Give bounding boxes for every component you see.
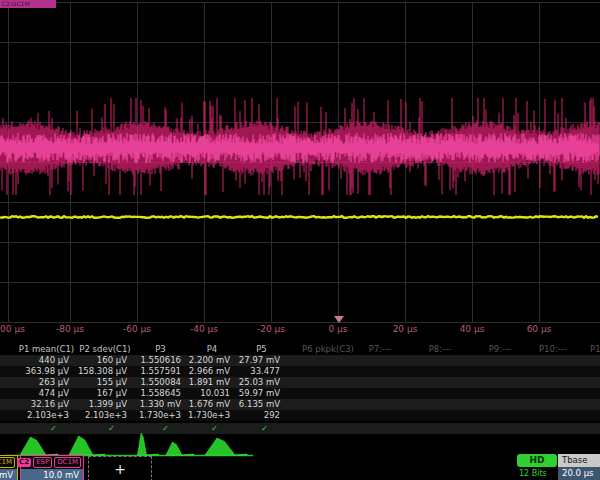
hd-mode-badge[interactable]: HD [517,454,557,467]
measurement-table: P1 mean(C1)P2 sdev(C1)P3 mean(C2)P4 sdev… [0,344,600,434]
param-value: 2.966 mV [188,366,236,377]
table-row: 263 µV155 µV1.550084 V1.891 mV25.03 mV [0,377,600,388]
param-value: 158.308 µV [77,366,133,377]
param-value: 2.103e+3 [18,410,75,421]
histicon-peak[interactable] [20,437,58,455]
param-value: 363.98 µV [18,366,75,377]
time-axis-label: 20 µs [393,324,418,334]
c2-esp-badge: ESP [33,457,52,468]
param-header-unused[interactable]: P11 [590,344,600,355]
time-axis: -100 µs-80 µs-60 µs-40 µs-20 µs0 µs20 µs… [0,322,600,337]
param-value: 1.730e+3 [134,410,187,421]
param-value: 27.97 mV [237,355,286,366]
param-header-unused[interactable]: P6 pkpk(C3) [302,344,354,355]
c1-badge-row: C1 DC1M [0,456,17,469]
param-value: 155 µV [77,377,133,388]
param-value: 1.676 mV [188,399,236,410]
add-channel-button[interactable]: + [88,456,152,480]
c2-label: C2 [17,458,31,467]
waveform-graticule [0,0,600,324]
time-axis-label: 40 µs [460,324,485,334]
param-value: 1.891 mV [188,377,236,388]
timebase-title: Tbase [558,454,600,467]
time-axis-label: -80 µs [56,324,84,334]
time-axis-label: 0 µs [328,324,347,334]
time-axis-label: -20 µs [257,324,285,334]
time-axis-label: 60 µs [527,324,552,334]
param-header-unused[interactable]: P7:--- [369,344,392,355]
param-header-unused[interactable]: P10:--- [539,344,567,355]
c2-scale-value: 10.0 mV [21,469,83,480]
histicon-peak[interactable] [69,436,105,455]
measurement-histicons[interactable] [0,432,600,458]
time-axis-label: -40 µs [190,324,218,334]
histicon-peak[interactable] [138,433,159,455]
param-value: 2.103e+3 [77,410,133,421]
c1-coupling-badge: DC1M [0,457,15,468]
param-header[interactable]: P2 sdev(C1) [77,344,133,355]
c1-scale-value: 10.0 mV [0,469,17,480]
param-value: 292 [237,410,286,421]
channel-c2-descriptor[interactable]: C2 ESP DC1M 10.0 mV [20,455,84,480]
param-value: 2.200 mV [188,355,236,366]
c2-badge-row: C2 ESP DC1M [21,456,83,469]
table-row: 440 µV160 µV1.550616 V2.200 mV27.97 mV [0,355,600,366]
param-value: 263 µV [18,377,75,388]
table-row: 32.16 µV1.399 µV1.330 mV1.676 mV6.135 mV [0,399,600,410]
param-value: 1.330 mV [134,399,187,410]
time-axis-label: -100 µs [0,324,25,334]
timebase-box[interactable]: Tbase 20.0 µs [558,454,600,480]
c1-trace [0,216,598,218]
param-value: 6.135 mV [237,399,286,410]
param-value: 474 µV [18,388,75,399]
time-axis-label: -60 µs [123,324,151,334]
param-value: 160 µV [77,355,133,366]
param-value: 167 µV [77,388,133,399]
channel-c1-descriptor[interactable]: C1 DC1M 10.0 mV [0,455,18,480]
table-row: 363.98 µV158.308 µV1.557591 V2.966 mV33.… [0,366,600,377]
param-value: 1.399 µV [77,399,133,410]
param-header-unused[interactable]: P9:--- [489,344,512,355]
histicon-peak[interactable] [166,442,194,455]
param-value: 440 µV [18,355,75,366]
param-value: 25.03 mV [237,377,286,388]
trace-annotation: C2:DC1M [0,0,56,8]
param-value: 59.97 mV [237,388,286,399]
table-header-row: P1 mean(C1)P2 sdev(C1)P3 mean(C2)P4 sdev… [0,344,600,355]
plus-icon: + [114,461,126,477]
param-value: 1.730e+3 [188,410,236,421]
param-value: 32.16 µV [18,399,75,410]
table-row: 2.103e+32.103e+31.730e+31.730e+3292 [0,410,600,421]
param-header[interactable]: P1 mean(C1) [18,344,75,355]
c2-coupling-badge: DC1M [54,457,81,468]
param-header-unused[interactable]: P8:--- [429,344,452,355]
histicon-peak[interactable] [205,438,247,455]
timebase-scale: 20.0 µs [558,467,600,480]
table-row: 474 µV167 µV1.558645 V10.031 mV59.97 mV [0,388,600,399]
bits-label: 12 Bits [519,469,547,478]
